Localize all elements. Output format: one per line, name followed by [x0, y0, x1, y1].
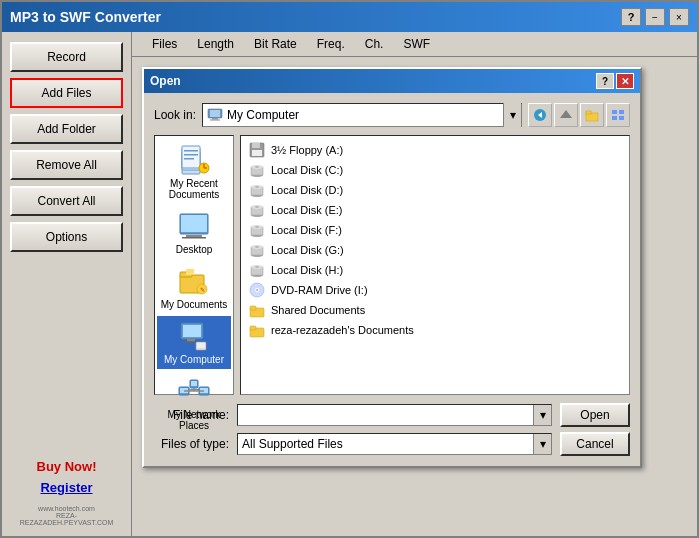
svg-point-52 [255, 166, 259, 167]
nav-desktop[interactable]: Desktop [157, 206, 231, 259]
svg-rect-43 [191, 381, 197, 386]
svg-rect-23 [181, 215, 207, 232]
filename-dropdown-arrow[interactable]: ▾ [533, 405, 551, 425]
svg-rect-9 [612, 110, 617, 114]
file-list[interactable]: 3½ Floppy (A:) [240, 135, 630, 395]
filetype-dropdown-arrow[interactable]: ▾ [533, 434, 551, 454]
left-nav: My RecentDocuments [154, 135, 234, 395]
dialog-close-button[interactable]: ✕ [616, 73, 634, 89]
svg-rect-1 [210, 110, 220, 117]
file-item-floppy[interactable]: 3½ Floppy (A:) [245, 140, 625, 160]
main-area: Files Length Bit Rate Freq. Ch. SWF Open… [132, 32, 697, 536]
dialog-help-button[interactable]: ? [596, 73, 614, 89]
nav-desktop-label: Desktop [176, 244, 213, 255]
menu-files[interactable]: Files [142, 35, 187, 53]
add-folder-button[interactable]: Add Folder [10, 114, 123, 144]
workspace: Open ? ✕ Look in: [132, 57, 697, 536]
menu-swf[interactable]: SWF [393, 35, 440, 53]
nav-mydocs-label: My Documents [161, 299, 228, 310]
dialog-content: Look in: [144, 93, 640, 466]
svg-rect-2 [212, 118, 218, 120]
file-item-diskG-name: Local Disk (G:) [271, 244, 344, 256]
disk-f-icon [249, 222, 265, 238]
mydocs-icon: ✎ [178, 265, 210, 297]
file-item-dvd[interactable]: DVD-RAM Drive (I:) [245, 280, 625, 300]
add-files-button[interactable]: Add Files [10, 78, 123, 108]
up-icon [559, 108, 573, 122]
menu-bar: Files Length Bit Rate Freq. Ch. SWF [132, 32, 697, 57]
help-button[interactable]: ? [621, 8, 641, 26]
recent-icon [178, 144, 210, 176]
svg-marker-6 [560, 110, 572, 118]
nav-mydocs[interactable]: ✎ My Documents [157, 261, 231, 314]
filetype-value: All Supported Files [238, 437, 533, 451]
minimize-button[interactable]: − [645, 8, 665, 26]
filetype-select[interactable]: All Supported Files ▾ [237, 433, 552, 455]
file-item-diskC-name: Local Disk (C:) [271, 164, 343, 176]
file-item-diskG[interactable]: Local Disk (G:) [245, 240, 625, 260]
file-item-shared[interactable]: Shared Documents [245, 300, 625, 320]
file-item-diskD[interactable]: Local Disk (D:) [245, 180, 625, 200]
svg-rect-11 [612, 116, 617, 120]
convert-all-button[interactable]: Convert All [10, 186, 123, 216]
watermark: www.hootech.comREZA-REZAZADEH.PEYVAST.CO… [10, 505, 123, 526]
dvd-icon [249, 282, 265, 298]
nav-view-button[interactable] [606, 103, 630, 127]
svg-point-64 [255, 226, 259, 227]
svg-point-75 [256, 289, 258, 291]
filename-label: File name: [154, 408, 229, 422]
look-in-dropdown-arrow[interactable]: ▾ [503, 103, 521, 127]
filename-input-wrapper: ▾ [237, 404, 552, 426]
menu-bitrate[interactable]: Bit Rate [244, 35, 307, 53]
svg-text:✎: ✎ [200, 287, 205, 293]
floppy-icon [249, 142, 265, 158]
nav-recent[interactable]: My RecentDocuments [157, 140, 231, 204]
network-icon [178, 375, 210, 407]
file-item-userdocs[interactable]: reza-rezazadeh's Documents [245, 320, 625, 340]
nav-mycomputer-label: My Computer [164, 354, 224, 365]
nav-folder-button[interactable] [580, 103, 604, 127]
svg-rect-17 [184, 154, 198, 156]
look-in-value: My Computer [203, 107, 503, 123]
menu-freq[interactable]: Freq. [307, 35, 355, 53]
file-item-diskE[interactable]: Local Disk (E:) [245, 200, 625, 220]
file-item-diskD-name: Local Disk (D:) [271, 184, 343, 196]
record-button[interactable]: Record [10, 42, 123, 72]
cancel-button[interactable]: Cancel [560, 432, 630, 456]
close-button[interactable]: × [669, 8, 689, 26]
disk-d-icon [249, 182, 265, 198]
dialog-title: Open [150, 74, 181, 88]
dialog-title-controls: ? ✕ [596, 73, 634, 89]
nav-mycomputer[interactable]: My Computer [157, 316, 231, 369]
svg-rect-3 [210, 120, 220, 121]
shared-folder-icon [249, 302, 265, 318]
remove-all-button[interactable]: Remove All [10, 150, 123, 180]
file-item-diskH[interactable]: Local Disk (H:) [245, 260, 625, 280]
nav-recent-label: My RecentDocuments [169, 178, 220, 200]
nav-back-button[interactable] [528, 103, 552, 127]
file-item-floppy-name: 3½ Floppy (A:) [271, 144, 343, 156]
buy-now-link[interactable]: Buy Now! [37, 459, 97, 474]
desktop-icon [178, 210, 210, 242]
options-button[interactable]: Options [10, 222, 123, 252]
svg-rect-36 [197, 343, 205, 348]
menu-length[interactable]: Length [187, 35, 244, 53]
nav-network[interactable]: My NetworkPlaces [157, 371, 231, 435]
file-item-diskF[interactable]: Local Disk (F:) [245, 220, 625, 240]
svg-rect-77 [250, 306, 256, 310]
filename-input[interactable] [238, 405, 533, 425]
register-link[interactable]: Register [40, 480, 92, 495]
svg-rect-32 [183, 325, 201, 337]
menu-ch[interactable]: Ch. [355, 35, 394, 53]
disk-g-icon [249, 242, 265, 258]
look-in-row: Look in: [154, 103, 630, 127]
look-in-label: Look in: [154, 108, 196, 122]
open-button[interactable]: Open [560, 403, 630, 427]
look-in-select[interactable]: My Computer ▾ [202, 103, 522, 127]
svg-rect-79 [250, 326, 256, 330]
file-item-diskC[interactable]: Local Disk (C:) [245, 160, 625, 180]
svg-rect-47 [252, 143, 260, 148]
nav-up-button[interactable] [554, 103, 578, 127]
disk-h-icon [249, 262, 265, 278]
disk-e-icon [249, 202, 265, 218]
